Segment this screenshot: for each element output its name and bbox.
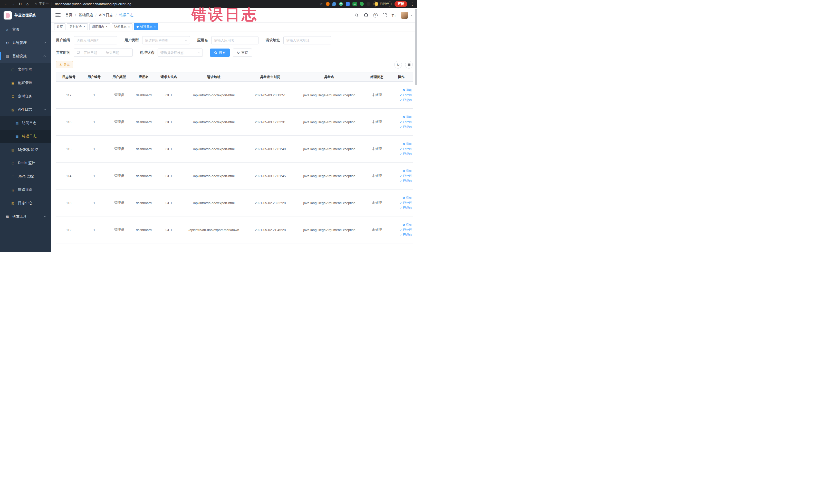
search-icon[interactable] <box>354 13 359 18</box>
breadcrumb-item[interactable]: 首页 <box>65 13 73 18</box>
sidebar-item-redis-monitor[interactable]: ◇ Redis 监控 <box>0 156 51 170</box>
github-icon[interactable] <box>364 13 368 18</box>
request-url-input[interactable] <box>283 36 331 44</box>
exception-time-cell: 2021-05-02 23:32:28 <box>246 189 295 217</box>
bookmark-star-icon[interactable]: ☆ <box>320 2 323 6</box>
reset-button[interactable]: ↻ 重置 <box>233 48 252 57</box>
sidebar-item-link-tracing[interactable]: ◎ 链路追踪 <box>0 183 51 196</box>
fullscreen-icon[interactable] <box>383 13 387 18</box>
tab-error-logs[interactable]: 错误日志 × <box>134 23 158 30</box>
sidebar-item-config-management[interactable]: ▣ 配置管理 <box>0 76 51 89</box>
process-status-field[interactable] <box>160 51 197 55</box>
status-cell: 未处理 <box>364 189 390 217</box>
sidebar-item-error-logs[interactable]: ▤ 错误日志 <box>0 130 51 143</box>
detail-link[interactable]: 详细 <box>390 169 412 174</box>
process-status-select[interactable] <box>158 48 203 57</box>
paused-badge[interactable]: 已暂停 <box>373 1 392 7</box>
column-settings-button[interactable] <box>405 61 413 68</box>
sidebar-collapse-icon[interactable] <box>56 13 61 17</box>
sidebar-item-infrastructure[interactable]: ▤ 基础设施 <box>0 49 51 63</box>
scrollbar-thumb[interactable] <box>415 9 417 85</box>
tab-home[interactable]: 首页 <box>54 23 65 30</box>
paw-extension-icon[interactable] <box>367 2 370 6</box>
grid-extension-icon[interactable] <box>346 2 350 6</box>
method-cell: GET <box>156 217 182 243</box>
close-icon[interactable]: × <box>128 25 130 28</box>
mark-ignored-link[interactable]: ✓已忽略 <box>390 205 412 210</box>
forward-icon[interactable]: → <box>10 1 16 7</box>
close-icon[interactable]: × <box>106 25 107 28</box>
tab-access-logs[interactable]: 访问日志 × <box>111 23 133 30</box>
address-bar-url[interactable]: dashboard.yudao.iocoder.cn/infra/log/api… <box>55 2 131 6</box>
app-logo-row[interactable]: 芋道管理系统 <box>0 8 51 23</box>
close-icon[interactable]: × <box>154 25 156 28</box>
help-icon[interactable]: ? <box>373 13 378 18</box>
kebab-menu-icon[interactable]: ⋮ <box>410 2 415 6</box>
mark-processed-link[interactable]: ✓已处理 <box>390 227 412 233</box>
mark-ignored-link[interactable]: ✓已忽略 <box>390 233 412 237</box>
mark-processed-link[interactable]: ✓已处理 <box>390 93 412 98</box>
close-icon[interactable]: × <box>83 25 85 28</box>
sidebar-item-file-management[interactable]: ▢ 文件管理 <box>0 63 51 76</box>
sidebar-item-mysql-monitor[interactable]: ▥ MySQL 监控 <box>0 143 51 156</box>
app-name-field[interactable] <box>214 39 256 42</box>
mark-ignored-link[interactable]: ✓已忽略 <box>390 152 412 156</box>
detail-link[interactable]: 详细 <box>390 88 412 93</box>
mark-processed-link[interactable]: ✓已处理 <box>390 120 412 124</box>
date-range-picker[interactable]: - <box>74 48 133 57</box>
detail-link[interactable]: 详细 <box>390 142 412 147</box>
mark-ignored-link[interactable]: ✓已忽略 <box>390 178 412 183</box>
reload-icon[interactable]: ↻ <box>17 1 24 7</box>
mark-processed-link[interactable]: ✓已处理 <box>390 147 412 152</box>
app-name-input[interactable] <box>211 36 259 44</box>
on-badge-extension-icon[interactable]: on <box>352 2 357 6</box>
orange-extension-icon[interactable] <box>326 2 330 6</box>
user-type-cell: 管理员 <box>107 217 131 243</box>
breadcrumb-item[interactable]: 基础设施 <box>79 13 93 18</box>
update-button[interactable]: 更新 <box>394 1 407 7</box>
sidebar-item-system-management[interactable]: ⚙ 系统管理 <box>0 36 51 49</box>
table-row: 117 1 管理员 dashboard GET /api/infra/db-do… <box>56 82 413 108</box>
end-date-field[interactable] <box>103 51 121 55</box>
start-date-field[interactable] <box>81 51 99 55</box>
java-icon: ◻ <box>11 175 15 178</box>
browser-home-icon[interactable]: ⌂ <box>24 1 31 7</box>
avatar[interactable] <box>401 12 408 19</box>
sidebar-item-scheduled-tasks[interactable]: ⊡ 定时任务 <box>0 89 51 103</box>
chevron-down-icon[interactable] <box>411 15 413 16</box>
mark-processed-link[interactable]: ✓已处理 <box>390 201 412 205</box>
sidebar-item-home[interactable]: ⌂ 首页 <box>0 23 51 36</box>
back-icon[interactable]: ← <box>3 1 9 7</box>
user-id-field[interactable] <box>77 39 115 42</box>
column-header: 处理状态 <box>364 73 390 82</box>
search-button[interactable]: 搜索 <box>210 48 230 57</box>
sidebar-item-log-center[interactable]: ▧ 日志中心 <box>0 196 51 210</box>
mark-processed-link[interactable]: ✓已处理 <box>390 174 412 178</box>
tab-scheduled-tasks[interactable]: 定时任务 × <box>67 23 88 30</box>
font-size-icon[interactable]: TT <box>392 13 396 18</box>
request-url-field[interactable] <box>286 39 328 42</box>
sidebar-item-access-logs[interactable]: ▤ 访问日志 <box>0 116 51 130</box>
check-icon: ✓ <box>400 178 402 183</box>
export-button[interactable]: 导出 <box>56 61 73 68</box>
detail-link[interactable]: 详细 <box>390 196 412 201</box>
user-type-field[interactable] <box>145 39 184 42</box>
vue-extension-icon[interactable]: V <box>339 2 343 6</box>
leaf-extension-icon[interactable] <box>360 2 364 6</box>
sidebar-item-java-monitor[interactable]: ◻ Java 监控 <box>0 170 51 183</box>
refresh-button[interactable]: ↻ <box>394 61 402 68</box>
user-id-input[interactable] <box>74 36 117 44</box>
breadcrumb-item[interactable]: API 日志 <box>99 13 113 18</box>
site-security-chip[interactable]: ⚠ 不安全 <box>34 2 48 6</box>
mark-ignored-link[interactable]: ✓已忽略 <box>390 98 412 102</box>
sidebar-item-api-logs[interactable]: ▨ API 日志 <box>0 103 51 116</box>
mark-ignored-link[interactable]: ✓已忽略 <box>390 124 412 129</box>
detail-link[interactable]: 详细 <box>390 223 412 227</box>
column-header: 应用名 <box>131 73 156 82</box>
tab-schedule-logs[interactable]: 调度日志 × <box>89 23 110 30</box>
drop-extension-icon[interactable] <box>332 2 336 6</box>
user-id-cell: 1 <box>82 108 107 136</box>
detail-link[interactable]: 详细 <box>390 115 412 120</box>
sidebar-item-dev-tools[interactable]: ▩ 研发工具 <box>0 210 51 223</box>
user-type-select[interactable] <box>142 36 190 44</box>
